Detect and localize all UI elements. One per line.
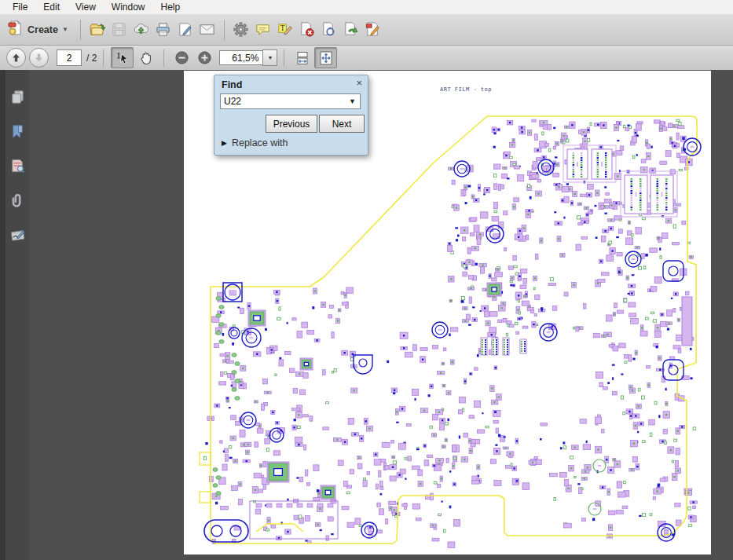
previous-page-button[interactable] bbox=[6, 48, 26, 68]
pcb-title-label: ART FILM - top bbox=[440, 86, 492, 93]
next-button[interactable]: Next bbox=[319, 115, 365, 133]
comment-bubble-button[interactable] bbox=[252, 19, 274, 41]
combo-dropdown-icon[interactable]: ▼ bbox=[349, 97, 360, 105]
page-number-input[interactable] bbox=[57, 49, 82, 66]
replace-with-label: Replace with bbox=[232, 137, 288, 148]
previous-button[interactable]: Previous bbox=[266, 115, 317, 133]
create-label: Create bbox=[27, 24, 58, 35]
zoom-level-value[interactable]: 61,5% bbox=[219, 50, 263, 65]
menu-bar: File Edit View Window Help bbox=[0, 0, 733, 15]
find-search-combo[interactable]: ▼ bbox=[220, 93, 361, 109]
share-cloud-button[interactable] bbox=[130, 19, 152, 41]
content-search-icon[interactable] bbox=[5, 150, 29, 181]
nav-toolbar: / 2 61,5% ▼ bbox=[0, 46, 733, 71]
fit-page-button[interactable] bbox=[314, 47, 337, 68]
chevron-down-icon: ▼ bbox=[62, 26, 68, 33]
zoom-out-button[interactable] bbox=[171, 48, 192, 68]
recognize-text-button[interactable] bbox=[318, 19, 340, 41]
separator bbox=[284, 49, 284, 67]
print-button[interactable] bbox=[152, 19, 174, 41]
replace-with-toggle[interactable]: ▶ Replace with bbox=[222, 137, 288, 148]
export-page-button[interactable] bbox=[340, 19, 362, 41]
navigation-pane bbox=[0, 70, 29, 560]
delete-pages-button[interactable] bbox=[296, 19, 318, 41]
menu-view[interactable]: View bbox=[68, 1, 104, 13]
separator bbox=[103, 49, 104, 67]
signatures-icon[interactable] bbox=[5, 219, 29, 251]
expander-triangle-icon: ▶ bbox=[222, 139, 227, 147]
zoom-dropdown-arrow[interactable]: ▼ bbox=[262, 49, 277, 66]
svg-text:T: T bbox=[280, 24, 285, 32]
open-file-button[interactable] bbox=[86, 19, 108, 41]
bookmarks-icon[interactable] bbox=[5, 115, 29, 147]
edit-form-button[interactable] bbox=[362, 19, 384, 41]
select-tool-button[interactable] bbox=[111, 47, 134, 68]
zoom-level-combo[interactable]: 61,5% ▼ bbox=[219, 49, 277, 66]
menu-window[interactable]: Window bbox=[104, 1, 153, 13]
find-search-input[interactable] bbox=[221, 96, 349, 107]
separator bbox=[80, 20, 81, 40]
email-button[interactable] bbox=[196, 19, 218, 41]
sign-pen-button[interactable] bbox=[174, 19, 196, 41]
settings-gear-button[interactable] bbox=[230, 19, 252, 41]
hand-tool-button[interactable] bbox=[135, 48, 156, 68]
separator bbox=[224, 20, 225, 40]
find-dialog: Find × ▼ Previous Next ▶ Replace with bbox=[214, 75, 368, 156]
save-file-button[interactable] bbox=[108, 19, 130, 41]
page-total-label: / 2 bbox=[86, 53, 97, 64]
highlight-text-button[interactable]: T bbox=[274, 19, 296, 41]
menu-file[interactable]: File bbox=[5, 1, 35, 13]
next-page-button[interactable] bbox=[29, 48, 49, 68]
menu-help[interactable]: Help bbox=[153, 1, 189, 13]
create-button[interactable]: Create ▼ bbox=[3, 18, 75, 42]
find-dialog-title: Find bbox=[222, 79, 242, 90]
close-icon[interactable]: × bbox=[356, 78, 362, 88]
scroll-mode-button[interactable] bbox=[291, 48, 313, 68]
main-toolbar: Create ▼ T bbox=[0, 14, 733, 46]
separator bbox=[163, 49, 164, 67]
zoom-in-button[interactable] bbox=[194, 48, 215, 68]
create-pdf-icon bbox=[6, 20, 24, 40]
attachments-icon[interactable] bbox=[5, 185, 29, 216]
menu-edit[interactable]: Edit bbox=[35, 1, 68, 13]
page-thumbnails-icon[interactable] bbox=[5, 81, 29, 112]
